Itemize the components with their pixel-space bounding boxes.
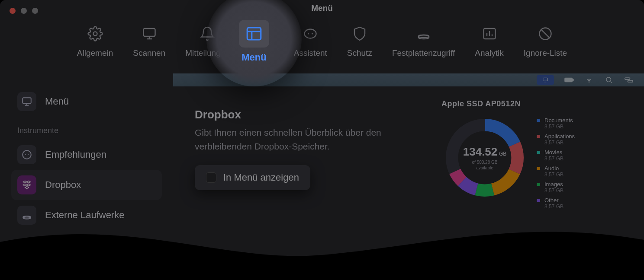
tab-label: Mitteilungen	[185, 48, 229, 58]
checkbox-icon[interactable]	[206, 172, 216, 183]
svg-point-5	[312, 33, 313, 35]
bell-icon	[200, 26, 215, 41]
legend-value: 3,57 GB	[544, 156, 564, 162]
sidebar-item-externe-laufwerke[interactable]: Externe Laufwerke	[11, 200, 162, 230]
window-title: Menü	[0, 0, 644, 13]
svg-rect-19	[625, 78, 630, 80]
preferences-toolbar: Allgemein Scannen Mitteilungen Menü Assi…	[0, 19, 644, 61]
dots-icon	[21, 149, 32, 160]
tab-schutz[interactable]: Schutz	[345, 19, 375, 61]
svg-point-12	[28, 154, 29, 155]
svg-point-11	[25, 154, 26, 155]
show-in-menu-toggle[interactable]: In Menü anzeigen	[195, 165, 310, 190]
tab-label: Ignore-Liste	[524, 48, 567, 58]
minimize-icon[interactable]	[21, 8, 27, 14]
legend-dot-icon	[537, 167, 540, 170]
shield-icon	[352, 26, 367, 41]
disk-health-label: Health	[453, 248, 470, 255]
monitor-icon	[21, 96, 32, 107]
legend-label: Audio	[544, 165, 564, 172]
layout-icon	[254, 25, 270, 42]
disk-icon	[416, 26, 431, 41]
svg-rect-2	[255, 28, 268, 39]
disk-temp-value: 35°C	[569, 248, 583, 255]
sidebar-item-label: Empfehlungen	[45, 149, 106, 160]
heart-icon	[441, 248, 448, 255]
sidebar-item-dropbox[interactable]: Dropbox	[11, 170, 162, 200]
svg-rect-20	[628, 80, 633, 82]
dropbox-icon	[21, 179, 32, 191]
disk-free-value: 134.52	[463, 145, 498, 158]
drive-icon	[21, 210, 32, 221]
tab-analytik[interactable]: Analytik	[472, 19, 506, 61]
tab-ignore-liste[interactable]: Ignore-Liste	[521, 19, 570, 61]
wifi-icon[interactable]	[584, 76, 594, 84]
tab-label: Menü	[251, 48, 273, 58]
legend-dot-icon	[537, 183, 540, 186]
tab-mitteilungen[interactable]: Mitteilungen	[183, 19, 232, 61]
tab-menu[interactable]: Menü	[247, 19, 277, 61]
disk-widget: Apple SSD AP0512N 134.52 GB of 500.	[441, 99, 632, 255]
tab-scannen[interactable]: Scannen	[130, 19, 168, 61]
menubar-preview	[173, 73, 644, 86]
tab-label: Schutz	[347, 48, 372, 58]
legend-label: Images	[544, 181, 564, 188]
legend-value: 3,57 GB	[544, 188, 564, 194]
legend-dot-icon	[537, 119, 540, 122]
legend-label: Documents	[544, 117, 573, 124]
tab-festplattenzugriff[interactable]: Festplattenzugriff	[390, 19, 457, 61]
svg-point-0	[93, 32, 97, 36]
disk-health: Health 92%	[441, 248, 497, 255]
window-controls	[10, 8, 38, 14]
tab-label: Festplattenzugriff	[392, 48, 455, 58]
legend-dot-icon	[537, 151, 540, 154]
tab-label: Analytik	[475, 48, 504, 58]
search-icon[interactable]	[604, 76, 614, 84]
battery-icon[interactable]	[564, 76, 574, 84]
sidebar-header-label: Menü	[45, 96, 69, 107]
disk-free-unit: GB	[499, 151, 506, 157]
block-icon	[538, 26, 553, 41]
svg-point-4	[308, 33, 309, 35]
svg-point-13	[23, 216, 30, 218]
menubar-monitor-icon[interactable]	[537, 75, 554, 85]
preferences-window: Menü Allgemein Scannen Mitteilungen Menü…	[0, 0, 644, 280]
tab-label: Assistent	[294, 48, 327, 58]
detail-title: Dropbox	[195, 108, 428, 121]
sidebar-item-empfehlungen[interactable]: Empfehlungen	[11, 140, 162, 170]
svg-rect-9	[23, 98, 31, 103]
tab-label: Scannen	[133, 48, 165, 58]
sidebar: Menü Instrumente Empfehlungen Dropbox Ex…	[0, 73, 173, 280]
detail-description: Gibt Ihnen einen schnellen Überblick übe…	[195, 126, 394, 153]
svg-rect-15	[565, 78, 572, 82]
close-icon[interactable]	[10, 8, 16, 14]
chart-icon	[482, 26, 497, 41]
svg-point-17	[589, 82, 589, 82]
legend-dot-icon	[537, 199, 540, 202]
legend-label: Movies	[544, 149, 564, 156]
thermometer-icon	[510, 248, 516, 255]
svg-rect-1	[143, 29, 155, 36]
svg-rect-14	[543, 78, 548, 81]
control-center-icon[interactable]	[624, 76, 634, 84]
svg-point-3	[305, 29, 316, 38]
disk-available-label: available	[476, 165, 493, 170]
sidebar-section-label: Instrumente	[11, 117, 162, 140]
tab-label: Allgemein	[77, 48, 113, 58]
legend-value: 3,57 GB	[544, 204, 564, 210]
disk-health-value: 92%	[485, 248, 497, 255]
svg-rect-16	[573, 79, 573, 81]
disk-total: of 500.28 GB	[472, 160, 498, 165]
disk-donut-chart: 134.52 GB of 500.28 GBavailable	[441, 115, 528, 201]
content-pane: Dropbox Gibt Ihnen einen schnellen Überb…	[173, 73, 644, 280]
maximize-icon[interactable]	[32, 8, 38, 14]
disk-title: Apple SSD AP0512N	[441, 99, 632, 108]
sidebar-item-label: Dropbox	[45, 179, 81, 191]
legend-label: Applications	[544, 133, 575, 140]
tab-allgemein[interactable]: Allgemein	[74, 19, 116, 61]
legend-value: 3,57 GB	[544, 172, 564, 178]
sidebar-header-menu[interactable]: Menü	[11, 86, 162, 117]
svg-point-6	[419, 35, 429, 38]
tab-assistent[interactable]: Assistent	[291, 19, 330, 61]
sidebar-item-label: Externe Laufwerke	[45, 210, 124, 221]
